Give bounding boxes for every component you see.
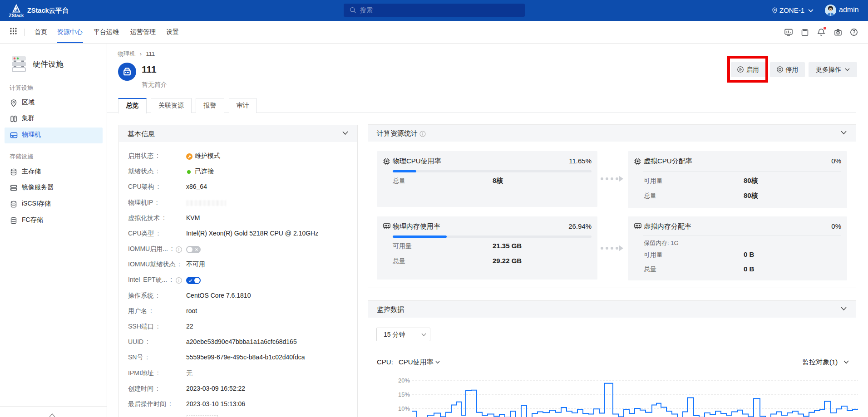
svg-text:ZStack: ZStack	[9, 13, 24, 18]
